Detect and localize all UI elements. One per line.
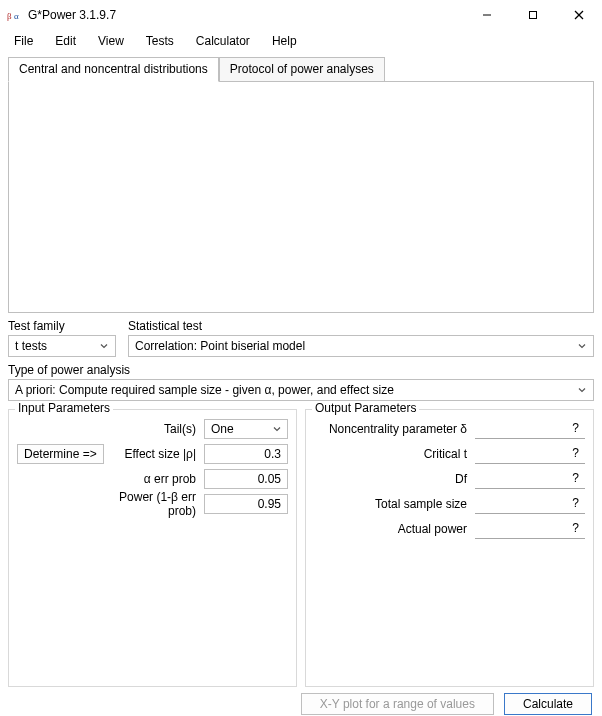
tails-select[interactable]: One <box>204 419 288 439</box>
power-label: Power (1-β err prob) <box>107 490 198 518</box>
sample-size-label: Total sample size <box>314 497 469 511</box>
df-label: Df <box>314 472 469 486</box>
analysis-type-value: A priori: Compute required sample size -… <box>15 383 394 397</box>
menubar: File Edit View Tests Calculator Help <box>0 30 602 52</box>
tab-central-distributions[interactable]: Central and noncentral distributions <box>8 57 219 82</box>
effect-size-label: Effect size |ρ| <box>110 447 198 461</box>
statistical-test-select[interactable]: Correlation: Point biserial model <box>128 335 594 357</box>
svg-rect-3 <box>530 12 537 19</box>
chevron-down-icon <box>575 383 589 397</box>
actual-power-label: Actual power <box>314 522 469 536</box>
analysis-type-select[interactable]: A priori: Compute required sample size -… <box>8 379 594 401</box>
alpha-label: α err prob <box>107 472 198 486</box>
menu-calculator[interactable]: Calculator <box>186 32 260 50</box>
determine-button[interactable]: Determine => <box>17 444 104 464</box>
test-family-label: Test family <box>8 319 116 333</box>
input-parameters-panel: Input Parameters Tail(s) One Determine =… <box>8 409 297 687</box>
minimize-button[interactable] <box>464 0 510 30</box>
window-buttons <box>464 0 602 30</box>
maximize-button[interactable] <box>510 0 556 30</box>
input-parameters-title: Input Parameters <box>15 401 113 415</box>
chevron-down-icon <box>270 422 284 436</box>
test-family-group: Test family t tests <box>8 319 116 357</box>
critical-t-value: ? <box>475 444 585 464</box>
tabstrip: Central and noncentral distributions Pro… <box>8 56 594 81</box>
effect-size-input[interactable]: 0.3 <box>204 444 288 464</box>
chevron-down-icon <box>575 339 589 353</box>
ncp-value: ? <box>475 419 585 439</box>
close-button[interactable] <box>556 0 602 30</box>
analysis-type-group: Type of power analysis A priori: Compute… <box>8 363 594 401</box>
statistical-test-label: Statistical test <box>128 319 594 333</box>
svg-text:α: α <box>14 11 19 21</box>
ncp-label: Noncentrality parameter δ <box>314 422 469 436</box>
menu-view[interactable]: View <box>88 32 134 50</box>
distribution-plot <box>8 81 594 313</box>
test-family-select[interactable]: t tests <box>8 335 116 357</box>
app-icon: β α <box>6 7 22 23</box>
output-parameters-title: Output Parameters <box>312 401 419 415</box>
menu-edit[interactable]: Edit <box>45 32 86 50</box>
menu-tests[interactable]: Tests <box>136 32 184 50</box>
chevron-down-icon <box>97 339 111 353</box>
output-parameters-panel: Output Parameters Noncentrality paramete… <box>305 409 594 687</box>
df-value: ? <box>475 469 585 489</box>
tab-protocol[interactable]: Protocol of power analyses <box>219 57 385 82</box>
xy-plot-button[interactable]: X-Y plot for a range of values <box>301 693 494 715</box>
alpha-input[interactable]: 0.05 <box>204 469 288 489</box>
statistical-test-value: Correlation: Point biserial model <box>135 339 305 353</box>
analysis-type-label: Type of power analysis <box>8 363 594 377</box>
svg-text:β: β <box>7 11 12 21</box>
actual-power-value: ? <box>475 519 585 539</box>
critical-t-label: Critical t <box>314 447 469 461</box>
window-title: G*Power 3.1.9.7 <box>28 8 464 22</box>
menu-help[interactable]: Help <box>262 32 307 50</box>
calculate-button[interactable]: Calculate <box>504 693 592 715</box>
statistical-test-group: Statistical test Correlation: Point bise… <box>128 319 594 357</box>
titlebar: β α G*Power 3.1.9.7 <box>0 0 602 30</box>
tails-label: Tail(s) <box>107 422 198 436</box>
sample-size-value: ? <box>475 494 585 514</box>
power-input[interactable]: 0.95 <box>204 494 288 514</box>
tails-value: One <box>211 422 234 436</box>
test-family-value: t tests <box>15 339 47 353</box>
menu-file[interactable]: File <box>4 32 43 50</box>
